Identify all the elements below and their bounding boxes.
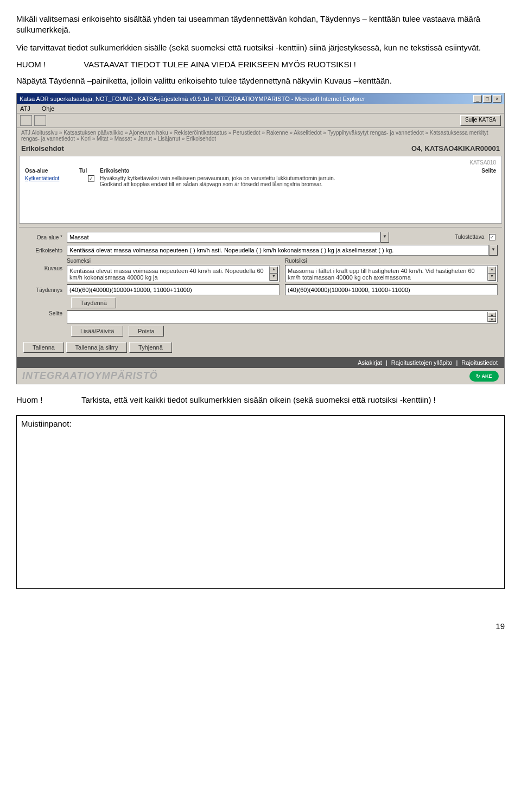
kuvaus-fi-textarea[interactable]: Kentässä olevat massa voimassa nopeuteen… xyxy=(68,267,269,281)
col-tul: Tul xyxy=(79,168,100,174)
taydennys-label: Täydennys xyxy=(23,287,67,293)
minimize-button[interactable]: _ xyxy=(473,95,482,103)
scroll-down-icon[interactable]: ▼ xyxy=(488,317,496,322)
section-ref: O4, KATSAO4KIKAR00001 xyxy=(411,144,500,153)
osa-alue-dropdown[interactable] xyxy=(67,232,380,243)
ake-logo: ↻ AKE xyxy=(469,371,499,382)
intro-para-2: Vie tarvittavat tiedot sulkumerkkien sis… xyxy=(16,42,505,53)
selite-textarea[interactable] xyxy=(68,312,487,322)
col-osa-alue: Osa-alue xyxy=(25,168,79,174)
suomeksi-label: Suomeksi xyxy=(67,258,279,264)
tallenna-button[interactable]: Tallenna xyxy=(23,342,64,353)
rajoitustietojen-yllapito-link[interactable]: Rajoitustietojen ylläpito xyxy=(391,359,453,366)
huom-label: HUOM ! xyxy=(16,60,81,69)
ruotsiksi-label: Ruotsiksi xyxy=(285,258,498,264)
taydenna-button[interactable]: Täydennä xyxy=(71,297,116,308)
menu-atj[interactable]: ATJ xyxy=(20,105,30,112)
scroll-up-icon[interactable]: ▲ xyxy=(488,267,496,274)
scroll-down-icon[interactable]: ▼ xyxy=(488,274,496,281)
erikoisehto-dropdown[interactable] xyxy=(67,245,489,256)
back-button[interactable] xyxy=(20,115,32,126)
intro-para-3: Näpäytä Täydennä –painiketta, jolloin va… xyxy=(16,75,505,86)
dropdown-icon[interactable]: ▼ xyxy=(489,245,498,256)
row-ehto-fi: Hyväksytty kytkettäväksi vain sellaiseen… xyxy=(100,175,463,181)
close-button[interactable]: × xyxy=(493,95,501,103)
rajoitustiedot-link[interactable]: Rajoitustiedot xyxy=(461,359,498,366)
asiakirjat-link[interactable]: Asiakirjat xyxy=(358,359,382,366)
huom-line: HUOM ! VASTAAVAT TIEDOT TULEE AINA VIEDÄ… xyxy=(16,60,505,69)
tulostettava-label: Tulostettava xyxy=(455,234,484,240)
huom-text: VASTAAVAT TIEDOT TULEE AINA VIEDÄ ERIKSE… xyxy=(84,60,356,69)
huom2-text: Tarkista, että veit kaikki tiedot sulkum… xyxy=(81,395,436,404)
env-label: INTEGRAATIOYMPÄRISTÖ xyxy=(22,370,158,382)
huom2-label: Huom ! xyxy=(16,395,81,404)
selite-label: Selite xyxy=(23,310,67,316)
row-ehto-sv: Godkänd att kopplas endast till en sådan… xyxy=(100,181,463,187)
kuvaus-label: Kuvaus xyxy=(23,258,67,271)
tyhjenna-button[interactable]: Tyhjennä xyxy=(129,342,172,353)
row-tul-checkbox[interactable]: ✓ xyxy=(88,175,94,182)
tallenna-siirry-button[interactable]: Tallenna ja siirry xyxy=(66,342,128,353)
titlebar: Katsa ADR superkatsastaja, NOT_FOUND - K… xyxy=(17,93,504,104)
muistiinpanot-box: Muistiinpanot: xyxy=(16,415,505,589)
table-row: Kytkentätiedot ✓ Hyväksytty kytkettäväks… xyxy=(25,175,496,187)
lisaa-paivita-button[interactable]: Lisää/Päivitä xyxy=(71,326,123,337)
page-id: KATSA018 xyxy=(25,160,496,166)
col-selite: Selite xyxy=(463,168,496,174)
poista-button[interactable]: Poista xyxy=(129,326,164,337)
taydennys-fi-input[interactable] xyxy=(67,284,279,295)
content-area: KATSA018 Osa-alue Tul Erikoisehto Selite… xyxy=(19,156,502,224)
bottom-bar: Asiakirjat | Rajoitustietojen ylläpito |… xyxy=(17,357,504,368)
kuvaus-sv-textarea[interactable]: Massorna i fältet i kraft upp till hasti… xyxy=(287,267,487,281)
row-osa-link[interactable]: Kytkentätiedot xyxy=(25,175,59,181)
toolbar: Sulje KATSA xyxy=(17,113,504,128)
close-katsa-button[interactable]: Sulje KATSA xyxy=(460,115,501,126)
scroll-up-icon[interactable]: ▲ xyxy=(488,312,496,317)
dropdown-icon[interactable]: ▼ xyxy=(380,232,389,243)
breadcrumb: ATJ Aloitussivu » Katsastuksen päävalikk… xyxy=(17,128,504,143)
app-window: Katsa ADR superkatsastaja, NOT_FOUND - K… xyxy=(16,93,505,384)
col-erikoisehto: Erikoisehto xyxy=(100,168,463,174)
erikoisehto-label: Erikoisehto xyxy=(23,248,67,253)
intro-para-1: Mikäli valitsemasi erikoisehto sisältää … xyxy=(16,14,505,36)
window-title: Katsa ADR superkatsastaja, NOT_FOUND - K… xyxy=(20,96,365,102)
menubar: ATJ Ohje xyxy=(17,104,504,113)
maximize-button[interactable]: □ xyxy=(483,95,492,103)
muistiinpanot-label: Muistiinpanot: xyxy=(21,419,72,428)
menu-ohje[interactable]: Ohje xyxy=(42,105,54,112)
scroll-down-icon[interactable]: ▼ xyxy=(270,274,278,281)
osa-alue-label: Osa-alue * xyxy=(23,234,67,240)
taydennys-sv-input[interactable] xyxy=(285,284,498,295)
page-number: 19 xyxy=(16,621,505,631)
tulostettava-checkbox[interactable]: ✓ xyxy=(489,234,495,240)
stop-button[interactable] xyxy=(34,115,46,126)
form-area: Osa-alue * ▼ Tulostettava ✓ Erikoisehto … xyxy=(19,227,502,357)
scroll-up-icon[interactable]: ▲ xyxy=(270,267,278,274)
section-title: Erikoisehdot xyxy=(21,144,64,153)
